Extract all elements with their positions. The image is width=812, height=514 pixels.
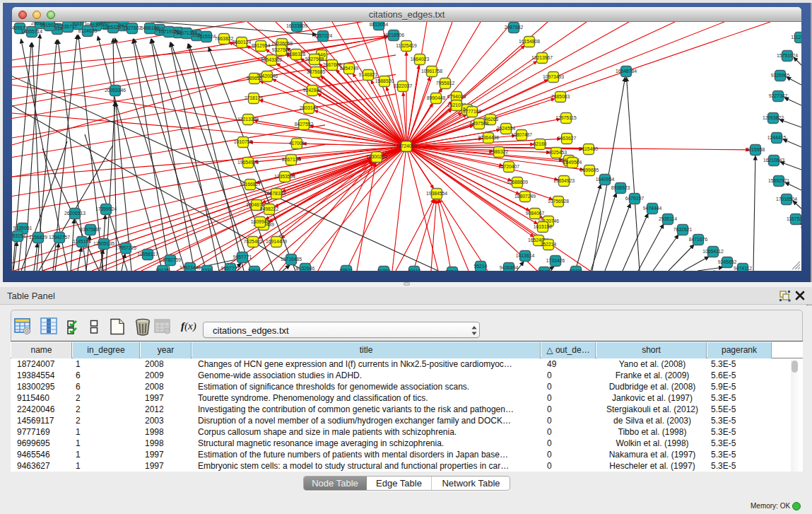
svg-text:8132646: 8132646 [296, 266, 315, 271]
svg-text:16648784: 16648784 [616, 69, 637, 74]
svg-text:10756928: 10756928 [548, 199, 569, 204]
svg-text:20053346: 20053346 [105, 88, 126, 93]
svg-text:1244415: 1244415 [767, 135, 787, 140]
svg-text:8322037: 8322037 [394, 83, 413, 88]
svg-text:9084067: 9084067 [526, 211, 545, 216]
svg-text:9657771: 9657771 [233, 255, 252, 259]
svg-text:7955812: 7955812 [436, 81, 455, 86]
svg-text:1167534: 1167534 [787, 216, 801, 221]
svg-text:18807249: 18807249 [514, 194, 536, 199]
svg-text:10688609: 10688609 [507, 180, 528, 185]
svg-text:24420046: 24420046 [257, 74, 278, 78]
svg-text:19166827: 19166827 [240, 182, 261, 187]
svg-text:8427552: 8427552 [295, 122, 314, 127]
svg-text:16914479: 16914479 [266, 239, 287, 244]
svg-text:18724007: 18724007 [396, 144, 417, 148]
svg-text:16154808: 16154808 [519, 39, 540, 44]
svg-text:9463627: 9463627 [558, 136, 577, 141]
svg-text:7625402: 7625402 [244, 239, 263, 244]
svg-text:1145194: 1145194 [73, 239, 91, 244]
svg-text:8471676: 8471676 [689, 237, 708, 242]
svg-text:9474444: 9474444 [643, 206, 662, 211]
svg-text:7231: 7231 [201, 268, 212, 271]
svg-text:3875685: 3875685 [307, 69, 326, 74]
svg-text:8124633: 8124633 [78, 28, 98, 33]
svg-text:8813054: 8813054 [370, 22, 389, 27]
svg-text:8938923: 8938923 [611, 185, 630, 190]
svg-text:7485063: 7485063 [551, 94, 570, 99]
svg-text:2087682: 2087682 [505, 25, 524, 30]
svg-text:3215958: 3215958 [746, 147, 765, 152]
svg-text:10654112: 10654112 [702, 249, 724, 254]
svg-text:9227342: 9227342 [769, 93, 788, 98]
svg-text:73521: 73521 [248, 269, 261, 271]
svg-text:18300295: 18300295 [366, 154, 387, 159]
svg-text:12213389: 12213389 [237, 117, 259, 122]
svg-text:10961758: 10961758 [421, 69, 442, 74]
svg-text:17957225: 17957225 [115, 245, 136, 250]
svg-text:40112: 40112 [408, 269, 421, 271]
svg-text:6497568: 6497568 [470, 121, 489, 126]
svg-text:16210643: 16210643 [763, 158, 784, 163]
svg-text:9245652: 9245652 [718, 259, 737, 264]
svg-text:83921: 83921 [340, 268, 353, 271]
svg-text:9657771: 9657771 [221, 266, 240, 271]
svg-text:9915025: 9915025 [40, 23, 59, 28]
svg-text:62160: 62160 [534, 141, 547, 146]
svg-text:1413614: 1413614 [516, 253, 535, 258]
svg-text:6466160: 6466160 [141, 25, 160, 30]
svg-text:1588520: 1588520 [375, 78, 394, 83]
svg-text:93975887: 93975887 [80, 227, 101, 232]
svg-text:8267130: 8267130 [282, 157, 301, 162]
svg-text:1112845: 1112845 [791, 35, 801, 40]
svg-text:7986322: 7986322 [490, 149, 509, 154]
svg-text:15751074: 15751074 [777, 53, 798, 58]
svg-text:2718176: 2718176 [245, 95, 264, 100]
svg-text:2235717: 2235717 [59, 24, 78, 29]
svg-text:6479197: 6479197 [625, 196, 645, 201]
svg-text:8660124: 8660124 [233, 40, 252, 45]
svg-text:1664023: 1664023 [411, 57, 430, 62]
svg-text:19384554: 19384554 [426, 191, 447, 196]
svg-text:1733426: 1733426 [546, 258, 565, 263]
svg-text:19654925: 19654925 [237, 160, 259, 165]
svg-text:7515524: 7515524 [197, 34, 216, 39]
svg-text:10025453: 10025453 [546, 150, 567, 155]
svg-text:9135051: 9135051 [13, 226, 33, 230]
svg-text:21393: 21393 [377, 269, 391, 271]
svg-text:9699695: 9699695 [580, 168, 599, 173]
svg-text:26206513: 26206513 [64, 211, 86, 216]
svg-text:80241: 80241 [446, 269, 459, 271]
svg-text:12213967: 12213967 [531, 55, 553, 60]
svg-text:9329965: 9329965 [771, 73, 790, 78]
svg-text:16033809: 16033809 [286, 23, 307, 28]
svg-text:12353594: 12353594 [274, 174, 295, 179]
svg-text:11325419: 11325419 [396, 43, 417, 48]
svg-text:16671355: 16671355 [176, 30, 197, 35]
svg-text:15692971: 15692971 [768, 178, 789, 183]
svg-text:9327508: 9327508 [305, 57, 324, 62]
svg-text:10653267: 10653267 [102, 25, 124, 30]
svg-text:9146821: 9146821 [359, 72, 378, 77]
svg-text:12093822: 12093822 [763, 115, 784, 120]
svg-text:8912954: 8912954 [252, 43, 271, 48]
svg-text:417006: 417006 [289, 141, 305, 146]
svg-text:10807487: 10807487 [511, 132, 532, 137]
svg-text:1615152: 1615152 [534, 224, 553, 229]
svg-text:14055714: 14055714 [21, 29, 42, 34]
svg-text:12942757: 12942757 [49, 235, 70, 240]
svg-text:6794028: 6794028 [447, 94, 466, 99]
svg-text:9777169: 9777169 [463, 109, 482, 114]
svg-text:8454749: 8454749 [340, 66, 359, 71]
svg-text:10973493: 10973493 [543, 74, 564, 79]
svg-text:8990448: 8990448 [427, 95, 446, 100]
svg-text:2935114: 2935114 [659, 216, 677, 221]
svg-text:8186328: 8186328 [287, 52, 306, 57]
svg-text:8498222: 8498222 [260, 206, 279, 211]
svg-text:125403: 125403 [536, 269, 553, 271]
svg-text:15716485: 15716485 [281, 257, 302, 262]
svg-text:16782759: 16782759 [160, 257, 181, 262]
svg-text:3624554: 3624554 [497, 126, 516, 131]
svg-text:17016504: 17016504 [776, 197, 797, 201]
svg-text:17359924: 17359924 [95, 206, 117, 211]
